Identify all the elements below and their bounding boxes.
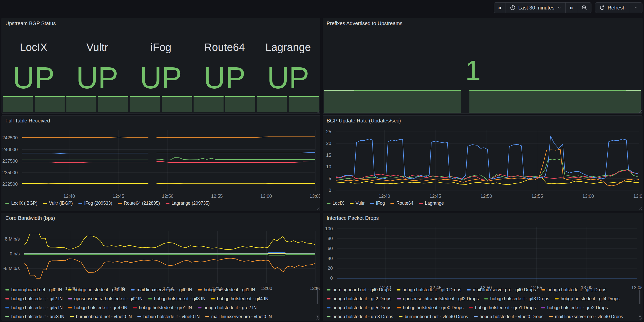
panel-title[interactable]: Interface Packet Drops [327, 215, 379, 221]
panel-title[interactable]: Full Table Received [5, 118, 50, 124]
zoom-out-time-button[interactable] [577, 3, 591, 13]
legend-swatch [118, 203, 122, 204]
legend-swatch [68, 298, 72, 299]
legend-item[interactable]: hobgp.hofstede.it - gre2 Drops [541, 305, 608, 310]
legend-item[interactable]: hobgp.hofstede.it - gre3 Drops [327, 314, 393, 318]
legend-label: hobgp.hofstede.it - vtnet0 IN [143, 314, 200, 318]
legend-item[interactable]: hobgp.hofstede.it - gif4 Drops [555, 296, 620, 302]
panel-title[interactable]: Prefixes Advertised to Upstreams [327, 20, 402, 26]
legend-label: burningboard.net - gif0 Drops [333, 287, 391, 293]
stat-name: Vultr [65, 41, 129, 54]
legend-item[interactable]: hobgp.hofstede.it - gif5 Drops [327, 305, 391, 310]
legend-item[interactable]: hobgp.hofstede.it - gif1 IN [198, 287, 255, 293]
legend-swatch [166, 203, 169, 204]
stat-value: UP [193, 56, 256, 100]
upstream-stat[interactable]: VultrUP [65, 34, 129, 96]
legend-item[interactable]: hobgp.hofstede.it - gif5 IN [5, 305, 63, 310]
legend-label: hobgp.hofstede.it - gif2 Drops [333, 296, 391, 302]
legend-item[interactable]: mail.linuxserver.pro - vtnet0 IN [205, 314, 272, 318]
chart-plot[interactable]: 12:4012:4512:5012:5513:0013:05 [337, 227, 637, 283]
time-shift-back-button[interactable]: « [494, 3, 506, 13]
legend-item[interactable]: Lagrange [419, 201, 444, 206]
x-axis-label: 12:55 [531, 194, 543, 199]
legend-item[interactable]: hobgp.hofstede.it - gif2 Drops [327, 296, 391, 302]
legend-item[interactable]: hobgp.hofstede.it - gif2 IN [5, 296, 63, 302]
chart-plot[interactable]: 12:4012:4512:5012:5513:0013:05 [22, 130, 315, 191]
refresh-button[interactable]: Refresh [595, 3, 630, 13]
legend-item[interactable]: LocIX (iBGP) [5, 201, 37, 206]
upstream-stat[interactable]: LocIXUP [2, 34, 65, 96]
legend-item[interactable]: burningboard.net - gif0 Drops [327, 287, 391, 293]
legend-item[interactable]: Vultr (iBGP) [43, 201, 73, 206]
panel-title[interactable]: BGP Update Rate (Updates/sec) [327, 118, 401, 124]
panel-full-table-received[interactable]: Full Table Received 23250023500023750024… [2, 115, 320, 211]
legend-item[interactable]: iFog (209533) [78, 201, 112, 206]
legend-item[interactable]: mail.linuxserver.pro - gif0 IN [131, 287, 192, 293]
legend-item[interactable]: hobgp.hofstede.it - gre0 IN [68, 305, 127, 310]
legend-item[interactable]: hobgp.hofstede.it - gre1 IN [133, 305, 192, 310]
legend-item[interactable]: hobgp.hofstede.it - gre1 Drops [469, 305, 536, 310]
panel-title[interactable]: Core Bandwidth (bps) [5, 215, 55, 221]
legend-item[interactable]: Route64 [390, 201, 413, 206]
legend-item[interactable]: opnsense.intra.hofstede.it - gif2 IN [68, 296, 143, 302]
legend-item[interactable]: burningboard.net - gif0 IN [5, 287, 62, 293]
legend-item[interactable]: hobgp.hofstede.it - gif3 Drops [484, 296, 549, 302]
scroll-down-icon[interactable] [639, 316, 641, 318]
legend-label: mail.linuxserver.pro - vtnet0 IN [211, 314, 272, 318]
panel-upstream-bgp-status[interactable]: Upstream BGP Status LocIXUPVultrUPiFogUP… [2, 18, 320, 114]
time-shift-forward-button[interactable]: » [565, 3, 577, 13]
sparkline-segment [257, 96, 287, 112]
panel-interface-packet-drops[interactable]: Interface Packet Drops 020406080100 12:4… [323, 213, 642, 320]
scrollbar-thumb[interactable] [639, 290, 640, 304]
chart-plot[interactable]: 12:4012:4512:5012:5513:0013:05 [24, 231, 315, 283]
scrollbar-thumb[interactable] [317, 290, 318, 304]
refresh-interval-dropdown[interactable] [630, 3, 642, 13]
chart-legend: LocIX (iBGP)Vultr (iBGP)iFog (209533)Rou… [5, 201, 315, 207]
legend-swatch [397, 289, 400, 290]
legend-item[interactable]: hobgp.hofstede.it - gif0 IN [68, 287, 125, 293]
time-range-picker[interactable]: Last 30 minutes [506, 3, 565, 13]
legend-item[interactable]: Vultr [350, 201, 365, 206]
legend-swatch [70, 316, 74, 317]
legend-item[interactable]: opnsense.intra.hofstede.it - gif2 Drops [397, 296, 479, 302]
scroll-up-icon[interactable] [639, 287, 641, 289]
legend-item[interactable]: hobgp.hofstede.it - gre3 IN [5, 314, 64, 318]
legend-scrollbar[interactable] [316, 287, 318, 318]
legend-item[interactable]: LocIX [327, 201, 344, 206]
legend-item[interactable]: hobgp.hofstede.it - gre2 IN [198, 305, 257, 310]
legend-item[interactable]: hobgp.hofstede.it - vtnet0 Drops [474, 314, 544, 318]
legend-item[interactable]: hobgp.hofstede.it - vtnet0 IN [137, 314, 200, 318]
panel-core-bandwidth[interactable]: Core Bandwidth (bps) -8 Mib/s0 b/s8 Mib/… [2, 213, 320, 320]
panel-prefixes-advertised[interactable]: Prefixes Advertised to Upstreams 1 [323, 18, 642, 114]
chart-plot[interactable]: 12:4012:4512:5012:5513:0013:05 [336, 130, 639, 191]
legend-item[interactable]: iFog [370, 201, 385, 206]
panel-bgp-update-rate[interactable]: BGP Update Rate (Updates/sec) 0510152025… [323, 115, 642, 211]
y-axis-label: 5 [329, 176, 331, 181]
x-axis-label: 13:00 [582, 194, 594, 199]
upstream-stat[interactable]: iFogUP [129, 34, 193, 96]
upstream-stat[interactable]: LagrangeUP [256, 34, 320, 96]
y-axis-label: 40 [328, 256, 333, 261]
legend-item[interactable]: mail.linuxserver.pro - gif0 Drops [467, 287, 536, 293]
legend-item[interactable]: Lagrange (209735) [166, 201, 210, 206]
legend-item[interactable]: burningboard.net - vtnet0 IN [70, 314, 132, 318]
legend-item[interactable]: hobgp.hofstede.it - gif0 Drops [397, 287, 461, 293]
stat-value: UP [256, 56, 320, 100]
legend-scrollbar[interactable] [639, 287, 641, 318]
legend-item[interactable]: hobgp.hofstede.it - gre0 Drops [397, 305, 464, 310]
legend-label: hobgp.hofstede.it - gif3 Drops [490, 296, 549, 302]
legend-item[interactable]: hobgp.hofstede.it - gif4 IN [211, 296, 268, 302]
legend-swatch [549, 316, 553, 317]
scroll-up-icon[interactable] [316, 287, 319, 289]
panel-title[interactable]: Upstream BGP Status [5, 20, 56, 26]
legend-item[interactable]: hobgp.hofstede.it - gif1 Drops [541, 287, 606, 293]
legend-item[interactable]: hobgp.hofstede.it - gif3 IN [148, 296, 205, 302]
legend-item[interactable]: mail.linuxserver.pro - vtnet0 Drops [549, 314, 623, 318]
upstream-stat[interactable]: Route64UP [193, 34, 256, 96]
x-axis-label: 12:50 [480, 194, 492, 199]
legend-item[interactable]: Route64 (212895) [118, 201, 160, 206]
y-axis-label: 10 [326, 164, 331, 170]
legend-item[interactable]: burningboard.net - vtnet0 Drops [399, 314, 468, 318]
sparkline-segment [66, 96, 96, 112]
scroll-down-icon[interactable] [316, 316, 319, 318]
